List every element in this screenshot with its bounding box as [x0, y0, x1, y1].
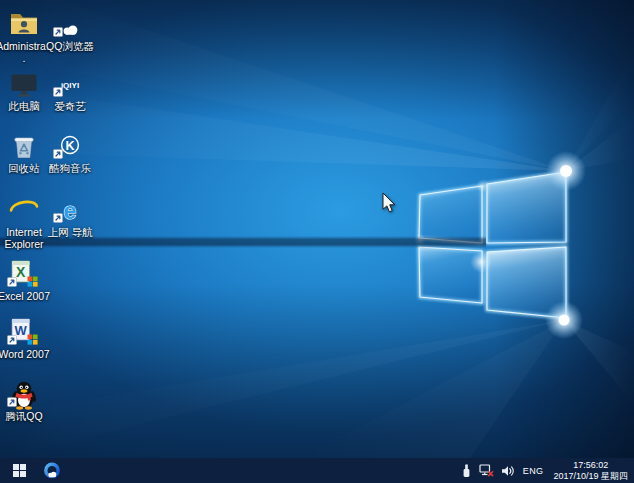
desktop-icon-excel-2007[interactable]: X Excel 2007 — [1, 258, 47, 303]
desktop-icon-tencent-qq[interactable]: 腾讯QQ — [1, 378, 47, 423]
desktop-icon-label: 上网 导航 — [41, 227, 99, 239]
desktop-icon-label: 酷狗音乐 — [41, 163, 99, 175]
svg-text:e: e — [64, 198, 77, 224]
desktop-icon-iqiyi[interactable]: iQIYI 爱奇艺 — [47, 68, 93, 113]
shortcut-arrow-icon — [53, 145, 63, 163]
desktop-icon-label: QQ浏览器 — [41, 41, 99, 53]
clock-time: 17:56:02 — [573, 460, 608, 471]
windows-10-desktop-screen: Administra... QQ浏览器 — [0, 0, 634, 483]
svg-text:e: e — [16, 196, 31, 226]
taskbar-item-qq-browser[interactable] — [38, 458, 66, 483]
desktop[interactable]: Administra... QQ浏览器 — [0, 0, 634, 458]
desktop-icon-label: 腾讯QQ — [0, 411, 53, 423]
user-folder-icon — [8, 8, 40, 40]
desktop-icon-word-2007[interactable]: W Word 2007 — [1, 316, 47, 361]
shortcut-arrow-icon — [53, 23, 63, 41]
desktop-icon-label: 爱奇艺 — [41, 101, 99, 113]
network-disconnected-icon[interactable] — [479, 458, 494, 483]
recycle-bin-icon — [8, 130, 40, 162]
volume-icon[interactable] — [501, 458, 515, 483]
qq-browser-icon — [43, 462, 61, 480]
taskbar: ENG 17:56:02 2017/10/19 星期四 — [0, 458, 634, 483]
shortcut-arrow-icon — [7, 273, 17, 291]
clock[interactable]: 17:56:02 2017/10/19 星期四 — [551, 458, 630, 483]
shortcut-arrow-icon — [53, 83, 63, 101]
desktop-icon-qq-browser[interactable]: QQ浏览器 — [47, 8, 93, 53]
shortcut-arrow-icon — [7, 331, 17, 349]
desktop-icon-web-navigation[interactable]: e 上网 导航 — [47, 194, 93, 239]
ie-icon: e — [8, 194, 40, 226]
usb-device-icon[interactable] — [461, 458, 472, 483]
desktop-icon-label: Excel 2007 — [0, 291, 53, 303]
this-pc-icon — [8, 68, 40, 100]
desktop-icon-label: Word 2007 — [0, 349, 53, 361]
svg-text:K: K — [65, 139, 74, 153]
windows-logo-icon — [13, 464, 26, 477]
desktop-icon-kugou-music[interactable]: K 酷狗音乐 — [47, 130, 93, 175]
desktop-icon-administrator-folder[interactable]: Administra... — [1, 8, 47, 64]
desktop-icon-internet-explorer[interactable]: e Internet Explorer — [1, 194, 47, 250]
svg-text:iQIYI: iQIYI — [61, 81, 79, 90]
system-tray: ENG 17:56:02 2017/10/19 星期四 — [461, 458, 634, 483]
svg-text:X: X — [16, 264, 26, 280]
start-button[interactable] — [0, 458, 38, 483]
shortcut-arrow-icon — [7, 393, 17, 411]
language-indicator[interactable]: ENG — [522, 466, 545, 476]
shortcut-arrow-icon — [53, 209, 63, 227]
clock-date: 2017/10/19 星期四 — [553, 471, 628, 482]
